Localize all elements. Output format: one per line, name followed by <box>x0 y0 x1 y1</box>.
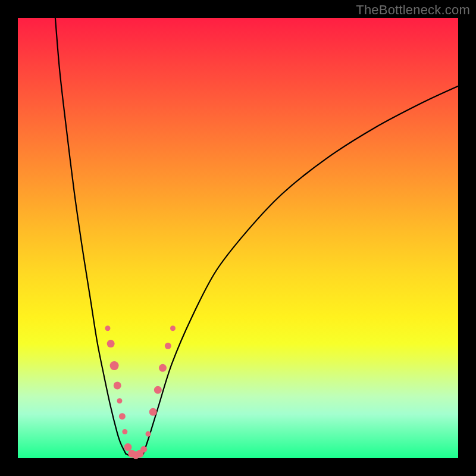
data-marker <box>124 443 132 451</box>
data-marker <box>119 413 126 419</box>
plot-frame <box>18 18 458 458</box>
curve-right-branch <box>143 86 458 454</box>
data-marker <box>165 343 171 349</box>
data-marker <box>114 381 121 389</box>
data-marker <box>149 408 157 416</box>
data-marker <box>105 325 110 331</box>
data-marker <box>117 398 122 403</box>
data-marker <box>154 386 162 394</box>
data-marker <box>110 361 119 370</box>
data-marker <box>159 364 167 372</box>
marker-group <box>105 325 176 459</box>
data-marker <box>107 340 115 347</box>
watermark-text: TheBottleneck.com <box>356 2 470 18</box>
data-marker <box>122 429 127 434</box>
data-marker <box>140 446 147 453</box>
data-marker <box>146 431 151 437</box>
curve-group <box>55 18 458 456</box>
data-marker <box>170 325 176 331</box>
bottleneck-curve-plot <box>18 18 458 458</box>
